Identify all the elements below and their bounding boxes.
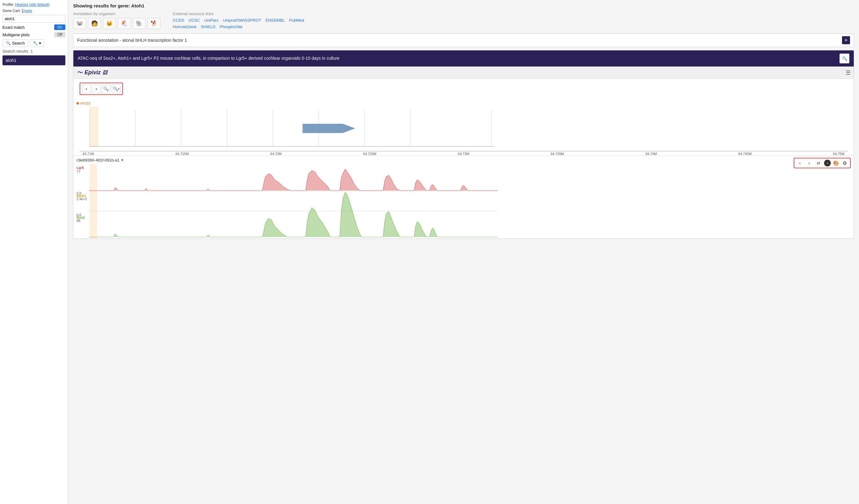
atac-card: ATAC-seq of Sox2+, Atoh1+ and Lgr5+ P2 m… [73,50,854,239]
nav-left-button[interactable]: ‹ [82,84,91,93]
epiviz-image-icon[interactable]: 🖼 [103,70,107,76]
track2-header: c9e69366-481f-091b-a1 ▼ ‹ › ⇄ − 🎨 ⚙ [73,156,854,164]
zoom-in-button[interactable]: 🔍+ [112,84,120,93]
tick-1: 64.71M [83,152,94,156]
track-dot-icon [76,102,79,105]
atac-header: ATAC-seq of Sox2+, Atoh1+ and Lgr5+ P2 m… [73,50,854,66]
orange-highlight [90,107,98,147]
profile-link[interactable]: Hearing (site default) [15,2,49,7]
axis-ticks: 64.71M 64.715M 64.72M 64.725M 64.73M 64.… [79,151,847,156]
tick-6: 64.735M [551,152,564,156]
organism-cat[interactable]: 🐱 [103,18,116,29]
gene-body [303,124,343,133]
lgr5-peaks [89,169,498,191]
search-button-label: Search [12,41,25,46]
track2-dropdown-icon[interactable]: ▼ [121,158,124,162]
lgr5-val-label: 77 [76,170,84,174]
genome-track: mm10 [73,99,854,156]
epiviz-logo-text: Epiviz [85,69,101,76]
link-ensembl[interactable]: ENSEMBL [266,18,285,22]
zoom-out-button[interactable]: 🔍- [102,84,110,93]
multigene-label: Multigene plots [2,32,29,37]
external-links-section: External resource links CCDS UCSC UniPar… [173,12,328,29]
organism-mouse[interactable]: 🐭 [73,18,86,29]
action-buttons: 🔍 Search 🔧 ▾ [2,39,65,47]
multigene-row: Multigene plots Off [2,32,65,37]
tick-4: 64.725M [363,152,377,156]
epiviz-toolbar: 〜 Epiviz 🖼 ☰ [73,66,854,79]
link-phosphosite[interactable]: PhosphoSite [220,25,243,29]
profile-label: Profile: [2,2,14,7]
chart-orange-col [90,164,97,238]
tick-3: 64.72M [270,152,282,156]
tick-2: 64.715M [176,152,189,156]
epiviz-wave-icon: 〜 [76,68,83,77]
wrench-button[interactable]: 🔧 ▾ [30,39,44,47]
atac-title: ATAC-seq of Sox2+, Atoh1+ and Lgr5+ P2 m… [78,56,340,62]
lgr5-max-label: Lgr5 [76,166,84,170]
track-genome-label: mm10 [76,101,850,106]
track2-id-text: c9e69366-481f-091b-a1 [76,158,120,162]
multigene-toggle[interactable]: Off [54,32,65,37]
exact-match-row: Exact match On [2,25,65,30]
organism-human[interactable]: 🧑 [88,18,101,29]
nav-controls-box: ‹ › 🔍- 🔍+ [79,83,123,95]
link-uniparc[interactable]: UniParc [205,18,218,22]
atac-search-button[interactable]: 🔍 [840,53,849,63]
results-title: Showing results for gene: Atoh1 [73,3,854,9]
tick-7: 64.74M [645,152,657,156]
sidebar: Profile: Hearing (site default) Gene Car… [0,0,68,504]
external-links-list: CCDS UCSC UniParc Uniprot/SWISSPROT ENSE… [173,18,328,29]
atoh1-val-label: 2.9e+2 [76,197,87,201]
external-links-label: External resource links [173,12,328,16]
annotation-section: Annotation by organism 🐭 🧑 🐱 🐔 🐘 🐕 [73,12,161,29]
exact-match-toggle[interactable]: On [54,25,65,30]
link-shield[interactable]: SHIELD [201,25,215,29]
track2-id: c9e69366-481f-091b-a1 ▼ [76,158,124,162]
link-homologene[interactable]: HomoloGene [173,25,197,29]
link-pubmed[interactable]: PubMed [289,18,304,22]
organism-icons: 🐭 🧑 🐱 🐔 🐘 🐕 [73,18,161,29]
organism-elephant[interactable]: 🐘 [133,18,146,29]
annotation-label: Annotation by organism [73,12,161,16]
organism-chicken[interactable]: 🐔 [118,18,131,29]
chart-svg [89,164,850,238]
track-genome-name: mm10 [80,101,90,106]
epiviz-logo: 〜 Epiviz 🖼 [76,68,107,77]
link-ccds[interactable]: CCDS [173,18,184,22]
functional-annotation-text: Functional annotation - atonal bHLH tran… [77,38,187,43]
gene-cart-line: Gene Cart: Empty [2,9,65,13]
top-info-row: Annotation by organism 🐭 🧑 🐱 🐔 🐘 🐕 Exter… [73,12,854,29]
functional-annotation-add-button[interactable]: + [842,36,850,44]
main-content: Showing results for gene: Atoh1 Annotati… [68,0,859,504]
gene-cart-label: Gene Cart: [2,9,21,13]
link-ucsc[interactable]: UCSC [189,18,200,22]
tick-5: 64.73M [458,152,469,156]
organism-dog[interactable]: 🐕 [147,18,161,29]
sox2-peaks [89,192,498,237]
exact-match-label: Exact match [2,25,25,30]
gene-cart-link[interactable]: Empty [22,9,32,13]
results-count: 1 [31,49,33,53]
gene-arrow-head [343,124,355,133]
tick-8: 64.745M [738,152,752,156]
link-swissprot[interactable]: Uniprot/SWISSPROT [223,18,261,22]
nav-right-button[interactable]: › [92,84,101,93]
tick-9: 64.75M [833,152,844,156]
sox2-val-label: 68 [76,219,80,222]
genome-track-svg [76,107,850,150]
gene-search-input[interactable] [2,15,65,22]
result-item-atoh1[interactable]: atoh1 [2,56,65,65]
profile-line: Profile: Hearing (site default) [2,2,65,7]
search-results-label: Search results 1 [2,49,65,53]
hamburger-menu-icon[interactable]: ☰ [846,69,850,76]
search-icon: 🔍 [6,41,11,46]
search-button[interactable]: 🔍 Search [2,39,28,47]
functional-annotation-bar: Functional annotation - atonal bHLH tran… [73,33,854,47]
chart-area: Lgr5 77 0.0 Atoh1 2.9e+2 0.0 Sox2 68 [73,164,854,238]
chart-labels: Lgr5 77 [76,166,84,174]
